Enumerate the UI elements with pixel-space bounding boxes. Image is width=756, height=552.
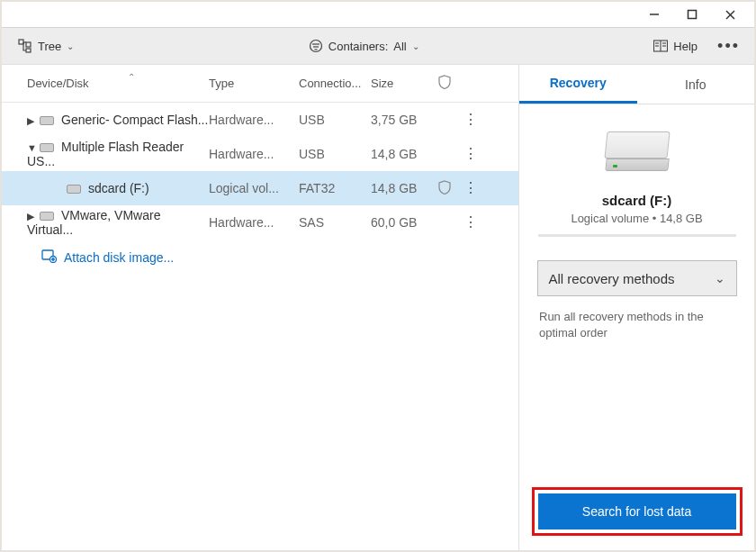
svg-rect-5	[26, 42, 31, 47]
cell-type: Logical vol...	[209, 181, 299, 195]
attach-disk-image-button[interactable]: Attach disk image...	[2, 240, 518, 276]
close-icon	[724, 9, 736, 21]
cell-size: 14,8 GB	[371, 147, 438, 161]
disk-subtitle: Logical volume • 14,8 GB	[571, 212, 702, 225]
close-button[interactable]	[711, 2, 749, 27]
titlebar	[2, 2, 754, 27]
cell-conn: USB	[299, 147, 371, 161]
containers-label: Containers:	[328, 40, 388, 53]
more-button[interactable]: •••	[712, 37, 745, 56]
tab-recovery[interactable]: Recovery	[519, 65, 637, 104]
maximize-icon	[687, 9, 698, 20]
svg-rect-4	[19, 40, 23, 44]
cell-conn: SAS	[299, 215, 371, 230]
tree-label: Tree	[38, 40, 61, 53]
shield-icon	[438, 78, 451, 92]
chevron-down-icon: ⌄	[715, 271, 725, 285]
disk-image	[601, 131, 673, 176]
app-window: Tree ⌄ Containers: All ⌄ Help ••	[0, 0, 756, 552]
device-name: sdcard (F:)	[88, 181, 149, 195]
tree-view-button[interactable]: Tree ⌄	[11, 35, 81, 57]
sort-indicator-icon: ⌃	[128, 72, 135, 82]
usage-bar	[538, 234, 736, 237]
tab-info[interactable]: Info	[637, 65, 755, 104]
col-connection[interactable]: Connectio...	[299, 77, 371, 90]
table-row[interactable]: ▶VMware, VMware Virtual...Hardware...SAS…	[2, 205, 518, 240]
cell-type: Hardware...	[209, 147, 299, 161]
row-menu-button[interactable]: ⋮	[464, 112, 478, 127]
filter-icon	[309, 39, 323, 53]
expander-icon[interactable]: ▶	[27, 211, 40, 222]
cell-size: 14,8 GB	[371, 181, 438, 195]
shield-icon	[438, 183, 451, 197]
table-header: Device/Disk ⌃ Type Connectio... Size	[2, 65, 518, 103]
attach-label: Attach disk image...	[64, 250, 174, 265]
cell-size: 60,0 GB	[371, 215, 438, 230]
maximize-button[interactable]	[673, 2, 711, 27]
col-protection[interactable]	[438, 75, 464, 92]
detail-body: sdcard (F:) Logical volume • 14,8 GB All…	[519, 104, 754, 550]
help-label: Help	[673, 40, 698, 53]
disk-title: sdcard (F:)	[602, 193, 672, 208]
device-table: Device/Disk ⌃ Type Connectio... Size ▶Ge…	[2, 65, 518, 550]
method-label: All recovery methods	[549, 271, 675, 286]
detail-pane: Recovery Info sdcard (F:) Logical volume…	[518, 65, 754, 550]
device-name: Generic- Compact Flash...	[61, 113, 208, 127]
table-row[interactable]: sdcard (F:)Logical vol...FAT3214,8 GB⋮	[2, 171, 518, 205]
expander-icon[interactable]: ▶	[27, 115, 40, 127]
containers-value: All	[393, 40, 406, 53]
search-lost-data-button[interactable]: Search for lost data	[538, 493, 736, 529]
minimize-icon	[649, 9, 660, 20]
help-button[interactable]: Help	[646, 36, 705, 57]
method-description: Run all recovery methods in the optimal …	[536, 309, 738, 341]
containers-button[interactable]: Containers: All ⌄	[302, 35, 427, 57]
row-menu-button[interactable]: ⋮	[464, 180, 478, 195]
disk-icon	[67, 185, 81, 194]
cell-conn: USB	[299, 113, 371, 127]
cell-conn: FAT32	[299, 181, 371, 195]
svg-rect-1	[688, 11, 697, 19]
row-menu-button[interactable]: ⋮	[464, 146, 478, 161]
row-menu-button[interactable]: ⋮	[464, 214, 478, 230]
disk-icon	[40, 143, 54, 152]
svg-rect-6	[26, 49, 31, 52]
cell-size: 3,75 GB	[371, 113, 438, 127]
detail-tabs: Recovery Info	[519, 65, 754, 104]
cell-type: Hardware...	[209, 113, 299, 127]
toolbar: Tree ⌄ Containers: All ⌄ Help ••	[2, 27, 754, 65]
content: Device/Disk ⌃ Type Connectio... Size ▶Ge…	[2, 65, 754, 550]
more-icon: •••	[717, 37, 740, 55]
attach-icon	[41, 249, 57, 266]
chevron-down-icon: ⌄	[412, 41, 419, 51]
table-row[interactable]: ▶Generic- Compact Flash...Hardware...USB…	[2, 103, 518, 137]
cell-type: Hardware...	[209, 215, 299, 230]
col-size[interactable]: Size	[371, 77, 438, 90]
disk-icon	[40, 212, 54, 221]
col-type[interactable]: Type	[209, 77, 299, 90]
col-device[interactable]: Device/Disk ⌃	[20, 77, 209, 90]
table-row[interactable]: ▼Multiple Flash Reader US...Hardware...U…	[2, 137, 518, 171]
search-button-highlight: Search for lost data	[532, 487, 742, 536]
disk-icon	[40, 116, 54, 125]
recovery-method-select[interactable]: All recovery methods ⌄	[537, 260, 737, 296]
tree-icon	[18, 39, 32, 53]
minimize-button[interactable]	[635, 2, 673, 27]
expander-icon[interactable]: ▼	[27, 142, 40, 153]
chevron-down-icon: ⌄	[67, 41, 74, 51]
help-icon	[653, 40, 668, 52]
